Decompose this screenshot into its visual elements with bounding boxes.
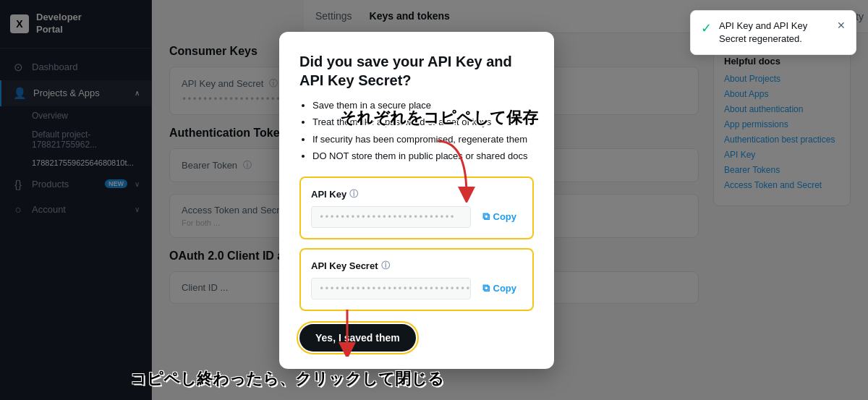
api-key-section: API Key ⓘ •••••••••••••••••••••••••• ⧉ C… [299,176,534,239]
bullet-4: DO NOT store them in public places or sh… [312,149,534,163]
copy-icon: ⧉ [482,282,490,294]
api-key-field-row: •••••••••••••••••••••••••• ⧉ Copy [311,206,522,228]
api-key-copy-label: Copy [493,211,517,222]
api-secret-copy-button[interactable]: ⧉ Copy [477,278,523,299]
api-key-label: API Key ⓘ [311,188,522,200]
api-secret-section: API Key Secret ⓘ •••••••••••••••••••••••… [299,248,534,311]
api-secret-label: API Key Secret ⓘ [311,260,522,272]
bullet-1: Save them in a secure place [312,98,534,113]
toast-message: API Key and API Key Secret regenerated. [719,20,830,46]
modal-dialog: Did you save your API Key and API Key Se… [279,32,554,369]
toast-notification: ✓ API Key and API Key Secret regenerated… [690,10,856,55]
yes-saved-button[interactable]: Yes, I saved them [299,324,416,352]
modal-title: Did you save your API Key and API Key Se… [299,52,534,90]
api-secret-copy-label: Copy [493,283,517,294]
toast-check-icon: ✓ [701,20,712,36]
api-key-copy-button[interactable]: ⧉ Copy [477,206,523,227]
api-key-info-icon: ⓘ [349,188,358,200]
api-secret-field-row: •••••••••••••••••••••••••••••••••••• ⧉ C… [311,278,522,299]
api-secret-input: •••••••••••••••••••••••••••••••••••• [311,278,471,299]
bullet-2: Treat them like a password or a set of k… [312,115,534,129]
copy-icon: ⧉ [482,210,490,223]
api-secret-info-icon: ⓘ [381,260,390,272]
api-key-input: •••••••••••••••••••••••••• [311,206,471,228]
modal-bullets-list: Save them in a secure place Treat them l… [312,98,534,163]
bullet-3: If security has been compromised, regene… [312,132,534,147]
toast-close-button[interactable]: ✕ [837,20,846,31]
